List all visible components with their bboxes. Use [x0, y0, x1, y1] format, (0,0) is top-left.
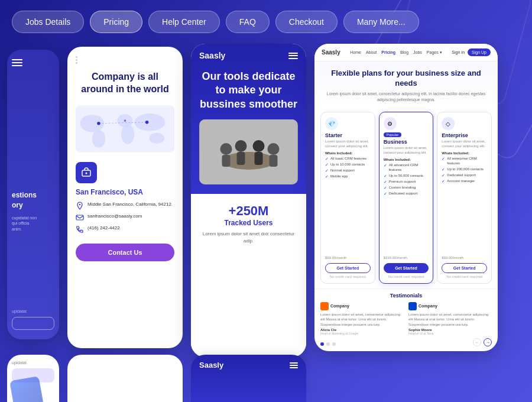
- card4-link-about[interactable]: About: [366, 50, 377, 55]
- plan-enterprise-btn[interactable]: Get Started: [442, 263, 487, 273]
- card4-link-blog[interactable]: Blog: [400, 50, 408, 55]
- t2-text: Lorem ipsum dolor sit amet, consectetur …: [408, 312, 492, 327]
- plan-starter-features-label: Whats Included:: [325, 151, 371, 155]
- svg-point-12: [86, 172, 87, 174]
- nav-faq[interactable]: FAQ: [226, 11, 270, 33]
- nav-jobs-details[interactable]: Jobs Details: [12, 11, 84, 33]
- plan-enterprise-nocredit: No credit card required: [442, 275, 487, 278]
- plan-starter-name: Starter: [325, 132, 371, 138]
- svg-point-23: [268, 143, 280, 155]
- pricing-cards: 💎 Starter Lorem ipsum dolor sit amet, co…: [314, 107, 498, 288]
- t2-role: Head of UI at Tesla: [408, 332, 492, 335]
- b-feature-4: ✓ Custom branding: [384, 186, 429, 190]
- testimonials-section: Testimonials Company Lorem ipsum dolor s…: [314, 288, 498, 351]
- check-icon: ✓: [442, 173, 445, 178]
- plan-starter-price: $99.00/month: [325, 251, 371, 260]
- check-icon: ✓: [384, 186, 387, 190]
- plan-business-desc: Lorem ipsum dolor sit amet, consect your…: [384, 146, 429, 155]
- plan-starter-desc: Lorem ipsum dolor sit amet, consect your…: [325, 140, 371, 149]
- nav-more[interactable]: Many More...: [343, 11, 419, 33]
- prev-arrow[interactable]: ←: [473, 338, 481, 346]
- feature-4: ✓ Mobile app: [325, 174, 371, 179]
- nav-pricing[interactable]: Pricing: [90, 11, 142, 33]
- card2-title: Company is all around in the world: [76, 71, 174, 96]
- testimonials-row: Company Lorem ipsum dolor sit amet, cons…: [320, 302, 492, 335]
- email-row: sanfrancisco@saasly.com: [76, 213, 174, 222]
- nav-bar: Jobs Details Pricing Help Center FAQ Che…: [0, 0, 532, 44]
- plan-enterprise: ◇ Enterprise Lorem ipsum dolor sit amet,…: [437, 112, 492, 283]
- svg-point-17: [220, 143, 232, 155]
- card3-hamburger[interactable]: [288, 53, 298, 59]
- card4-link-pricing[interactable]: Pricing: [381, 50, 395, 55]
- check-icon: ✓: [442, 167, 445, 172]
- t1-text: Lorem ipsum dolor sit amet, consectetur …: [320, 312, 404, 327]
- bottom-card-3: Saasly: [191, 355, 306, 402]
- check-icon: ✓: [325, 168, 329, 173]
- feature-2: ✓ Up to 10,000 contacts: [325, 163, 371, 167]
- next-arrow[interactable]: →: [484, 338, 492, 346]
- bottom-card-2: [67, 355, 183, 402]
- svg-rect-14: [76, 215, 83, 220]
- plan-business-price: $199.00/month: [384, 251, 429, 260]
- nav-help-center[interactable]: Help Center: [148, 11, 220, 33]
- nav-checkout[interactable]: Checkout: [275, 11, 338, 33]
- card3-nav: Saasly: [199, 51, 298, 60]
- svg-point-6: [149, 132, 164, 144]
- card-company-world: Company is all around in the world: [67, 47, 183, 348]
- plan-starter: 💎 Starter Lorem ipsum dolor sit amet, co…: [320, 112, 375, 283]
- signin-btn[interactable]: Sign In: [452, 48, 465, 56]
- bottom-cards-row: upidatat Saasly: [0, 355, 313, 402]
- card4-nav: Saasly Home About Pricing Blog Jobs Page…: [314, 44, 498, 61]
- company1-icon: [320, 302, 329, 310]
- dot-3[interactable]: [332, 342, 336, 346]
- card1-small-text: cupidatat nonqui officiaanim.: [12, 215, 54, 232]
- plan-starter-btn[interactable]: Get Started: [325, 263, 371, 273]
- hero-desc: Lorem ipsum dolor sit amet, consectetur …: [323, 91, 489, 103]
- check-icon: ✓: [384, 174, 387, 179]
- card4-links: Home About Pricing Blog Jobs Pages ▾: [350, 50, 442, 55]
- testimonial-dots: [320, 342, 336, 346]
- company-icon-box: [76, 162, 97, 183]
- card-saasly-promo: Saasly Our tools dedicate to make your b…: [191, 44, 306, 357]
- check-icon: ✓: [442, 179, 445, 184]
- mockups-area: estionsory cupidatat nonqui officiaanim.…: [0, 44, 532, 375]
- email-text: sanfrancisco@saasly.com: [87, 213, 142, 219]
- e-feature-2: ✓ Up to 200,000 contacts: [442, 167, 487, 172]
- feature-1: ✓ All basic CRM features: [325, 157, 371, 161]
- dot-1[interactable]: [320, 342, 324, 346]
- svg-rect-20: [237, 152, 245, 165]
- card4-link-pages[interactable]: Pages ▾: [427, 50, 442, 55]
- hamburger-icon: [12, 59, 54, 66]
- bottom-card3-logo: Saasly: [199, 361, 223, 369]
- e-feature-4: ✓ Account manager: [442, 179, 487, 184]
- b-feature-1: ✓ All advanced CRM features: [384, 163, 429, 173]
- b-feature-3: ✓ Premium support: [384, 180, 429, 184]
- t1-role: Head of Marketing at Google: [320, 332, 404, 335]
- e-feature-1: ✓ All enterprise CRM features: [442, 157, 487, 166]
- check-icon: ✓: [384, 192, 387, 196]
- company2-icon: [408, 302, 417, 310]
- card-pricing-desktop: Saasly Home About Pricing Blog Jobs Page…: [314, 44, 498, 351]
- dot-2[interactable]: [326, 342, 330, 346]
- plan-starter-nocredit: No credit card required: [325, 275, 371, 278]
- world-map: [76, 105, 174, 153]
- t2-company: Company: [419, 304, 437, 308]
- plan-business: ⚙ Popular Business Lorem ipsum dolor sit…: [379, 112, 434, 283]
- bottom-card3-menu: [290, 362, 298, 368]
- check-icon: ✓: [325, 163, 329, 167]
- contact-btn[interactable]: Contact Us: [76, 244, 174, 261]
- card4-link-home[interactable]: Home: [350, 50, 361, 55]
- check-icon: ✓: [384, 163, 387, 168]
- b-feature-2: ✓ Up to 50,000 contacts: [384, 174, 429, 179]
- card1-text: estionsory: [12, 190, 54, 210]
- phone-text: (416) 242-4422: [87, 225, 120, 231]
- plan-business-btn[interactable]: Get Started: [384, 263, 429, 273]
- signup-btn[interactable]: Sign Up: [468, 48, 491, 56]
- card4-hero: Flexible plans for your business size an…: [314, 61, 498, 107]
- phone-row: (416) 242-4422: [76, 225, 174, 234]
- card4-link-jobs[interactable]: Jobs: [413, 50, 422, 55]
- svg-point-9: [124, 119, 126, 122]
- testimonial-arrows: ← →: [473, 338, 492, 346]
- card3-desc: Lorem ipsum dolor sit amet dolr consecte…: [199, 231, 298, 245]
- card2-dots: [76, 56, 77, 64]
